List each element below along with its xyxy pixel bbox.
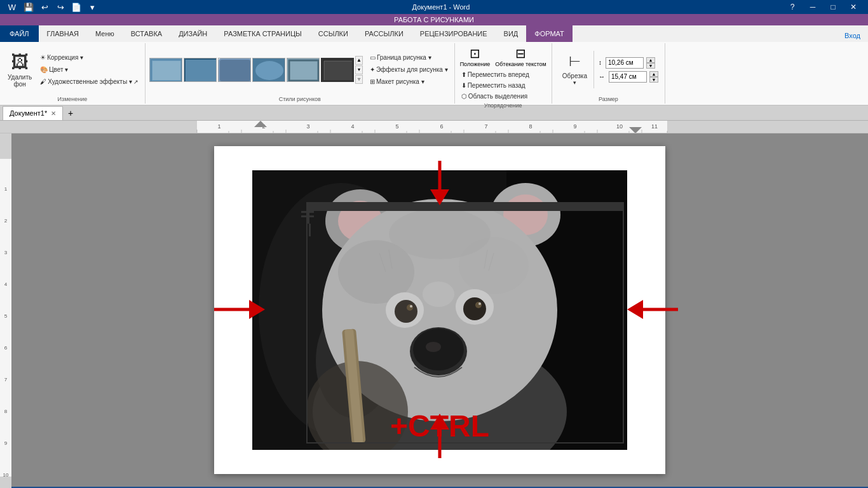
style-3[interactable] (218, 58, 251, 82)
tab-insert[interactable]: ВСТАВКА (123, 25, 170, 42)
new-tab-btn[interactable]: + (63, 106, 78, 120)
svg-rect-14 (0, 121, 197, 133)
height-spinner: ▲ ▼ (646, 57, 655, 69)
svg-text:7: 7 (484, 123, 487, 130)
save-qa-btn[interactable]: 💾 (22, 1, 36, 13)
maximize-btn[interactable]: □ (824, 1, 843, 13)
crop-btn[interactable]: ⊢ Обрезка ▾ (556, 51, 594, 88)
tab-format[interactable]: ФОРМАТ (526, 25, 573, 42)
gallery-up-btn[interactable]: ▲ (355, 56, 363, 65)
width-down-btn[interactable]: ▼ (649, 77, 658, 83)
svg-rect-6 (220, 60, 250, 81)
width-unit-icon: ↔ (599, 73, 605, 80)
svg-text:10: 10 (3, 472, 9, 478)
tab-close-btn[interactable]: ✕ (51, 110, 56, 117)
delete-bg-btn[interactable]: 🖼 Удалитьфон (4, 46, 36, 93)
arrow-right (627, 294, 678, 327)
styles-label: Стили рисунков (279, 95, 321, 102)
style-1[interactable] (149, 58, 182, 82)
tab-refs[interactable]: ССЫЛКИ (310, 25, 356, 42)
height-down-btn[interactable]: ▼ (646, 63, 655, 69)
doc-tab-1[interactable]: Документ1* ✕ (3, 106, 63, 120)
login-btn[interactable]: Вход (837, 29, 868, 42)
selection-icon: ⬡ (461, 93, 467, 100)
minimize-btn[interactable]: ─ (803, 1, 822, 13)
svg-marker-101 (249, 300, 265, 319)
style-5[interactable] (287, 58, 320, 82)
style-6[interactable] (321, 58, 354, 82)
pic-layout-btn[interactable]: ⊞ Макет рисунка ▾ (367, 77, 451, 86)
size-inputs: ↕ ▲ ▼ ↔ ▲ ▼ (596, 55, 661, 85)
position-btn[interactable]: ⊡ Положение (459, 44, 492, 69)
more-qa-btn[interactable]: ▾ (85, 1, 99, 13)
style-2[interactable] (184, 58, 217, 82)
svg-text:6: 6 (4, 345, 8, 351)
gallery-expand-btn[interactable]: ▿ (355, 75, 363, 84)
height-row: ↕ ▲ ▼ (599, 57, 658, 69)
help-btn[interactable]: ? (783, 1, 802, 13)
arrange-content: ⊡ Положение ⊟ Обтекание текстом ⬆ Переме… (459, 44, 548, 101)
move-forward-btn[interactable]: ⬆ Переместить вперед (459, 70, 548, 79)
ruler-svg: 1 2 3 4 5 6 7 8 9 10 11 (0, 121, 868, 133)
size-label: Размер (599, 95, 618, 102)
ctrl-label: +CTRL (390, 409, 489, 444)
tab-mail[interactable]: РАССЫЛКИ (356, 25, 412, 42)
svg-marker-103 (627, 300, 643, 319)
quick-access-toolbar: 💾 ↩ ↪ 📄 ▾ (22, 1, 99, 13)
undo-qa-btn[interactable]: ↩ (37, 1, 51, 13)
border-btn[interactable]: ▭ Граница рисунка ▾ (367, 53, 451, 62)
art-effects-btn[interactable]: 🖌 Художественные эффекты ▾ ↗ (37, 77, 141, 86)
svg-text:3: 3 (4, 250, 8, 255)
v-ruler-svg: 1 2 3 4 5 6 7 8 9 10 (0, 133, 11, 488)
svg-text:8: 8 (4, 409, 8, 414)
new-qa-btn[interactable]: 📄 (69, 1, 83, 13)
tab-menu[interactable]: Меню (87, 25, 123, 42)
crop-handle-rm (308, 224, 311, 236)
move-back-btn[interactable]: ⬇ Переместить назад (459, 81, 548, 90)
height-up-btn[interactable]: ▲ (646, 57, 655, 63)
svg-text:9: 9 (4, 440, 8, 446)
move-fwd-icon: ⬆ (461, 71, 466, 78)
width-input[interactable] (609, 71, 647, 83)
svg-text:5: 5 (395, 123, 398, 130)
tab-file[interactable]: ФАЙЛ (0, 25, 39, 42)
arrow-top (424, 161, 456, 207)
ribbon-group-size: ⊢ Обрезка ▾ ↕ ▲ ▼ ↔ ▲ (552, 43, 665, 104)
art-icon: 🖌 (40, 78, 46, 85)
crop-handle-lm (308, 211, 311, 224)
position-icon: ⊡ (470, 46, 480, 61)
arrange-btns: ⊡ Положение ⊟ Обтекание текстом ⬆ Переме… (459, 44, 548, 101)
border-icon: ▭ (370, 54, 376, 61)
effects-icon: ✦ (370, 66, 375, 73)
move-back-icon: ⬇ (461, 82, 466, 89)
style-4[interactable] (252, 58, 285, 82)
svg-text:5: 5 (4, 313, 8, 319)
wrap-icon: ⊟ (515, 46, 526, 61)
delete-bg-label: Удалитьфон (8, 74, 32, 88)
redo-qa-btn[interactable]: ↪ (53, 1, 67, 13)
koala-image-container[interactable]: +CTRL (252, 170, 627, 450)
svg-rect-15 (667, 121, 868, 133)
svg-text:6: 6 (440, 123, 443, 130)
gallery-down-btn[interactable]: ▾ (355, 65, 363, 74)
crop-handle-bl (308, 207, 623, 209)
height-input[interactable] (606, 57, 644, 69)
window-title: Документ1 - Word (99, 3, 783, 11)
styles-right-btns: ▭ Граница рисунка ▾ ✦ Эффекты для рисунк… (367, 53, 451, 86)
wrap-text-btn[interactable]: ⊟ Обтекание текстом (494, 44, 548, 69)
window-controls: ? ─ □ ✕ (783, 1, 863, 13)
width-up-btn[interactable]: ▲ (649, 71, 658, 77)
tab-home[interactable]: ГЛАВНАЯ (39, 25, 87, 42)
tab-design[interactable]: ДИЗАЙН (170, 25, 215, 42)
width-spinner: ▲ ▼ (649, 71, 658, 83)
tab-layout[interactable]: РАЗМЕТКА СТРАНИЦЫ (215, 25, 309, 42)
svg-rect-2 (153, 61, 180, 80)
correction-btn[interactable]: ☀ Коррекция ▾ (37, 53, 141, 62)
color-btn[interactable]: 🎨 Цвет ▾ (37, 65, 141, 74)
tab-view[interactable]: ВИД (496, 25, 527, 42)
svg-text:9: 9 (573, 123, 576, 130)
tab-review[interactable]: РЕЦЕНЗИРОВАНИЕ (412, 25, 496, 42)
effects-btn[interactable]: ✦ Эффекты для рисунка ▾ (367, 65, 451, 74)
selection-btn[interactable]: ⬡ Область выделения (459, 92, 548, 101)
close-btn[interactable]: ✕ (844, 1, 863, 13)
